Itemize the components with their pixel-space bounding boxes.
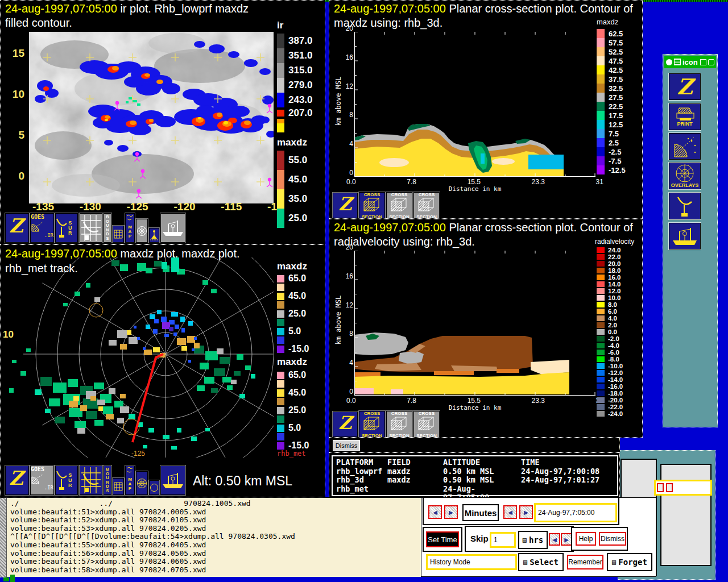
- overlays-grid-icon: [674, 164, 696, 183]
- z-logo-icon: Z: [9, 216, 28, 235]
- cross-section-button[interactable]: CROSS SECTION: [413, 411, 440, 438]
- icon-panel-titlebar[interactable]: icon: [664, 56, 716, 68]
- skip-back-button[interactable]: ◀: [549, 533, 560, 546]
- window-maximize-icon[interactable]: [708, 59, 714, 65]
- table-header-row: PLATFORM FIELD ALTITUDE TIME: [336, 458, 616, 467]
- select-button[interactable]: ▤Select: [518, 553, 564, 571]
- buoy-icon: [150, 230, 158, 241]
- minutes-back-button[interactable]: ◀: [503, 505, 517, 519]
- skip-forward-button[interactable]: ▶: [561, 533, 572, 546]
- polar-grid-button[interactable]: [136, 219, 148, 243]
- zebra-logo-button[interactable]: Z: [5, 465, 29, 495]
- overlays-button[interactable]: OVERLAYS: [669, 163, 701, 189]
- sur-radar-button[interactable]: SUR: [55, 465, 78, 495]
- cross-section-button[interactable]: CROSS SECTION: [386, 192, 412, 219]
- ir-x-axis-ticks: -135-130-125-120-115-1: [32, 201, 277, 213]
- buoy-button[interactable]: [149, 228, 159, 243]
- zebra-logo-button[interactable]: Z: [669, 73, 701, 100]
- small-grid-button[interactable]: [113, 226, 124, 243]
- ir-satellite-image[interactable]: [29, 32, 274, 203]
- help-button[interactable]: Help: [576, 532, 596, 546]
- table-row: rhb_3dmaxdz 0.50 km MSL24-Aug-97,7:01:27: [336, 476, 616, 485]
- menu-icon: ▤: [523, 559, 527, 566]
- menu-icon: ▤: [612, 559, 616, 566]
- step-back-button[interactable]: ◀: [428, 505, 442, 519]
- time-input-field[interactable]: 24-Aug-97,7:05:00: [534, 503, 617, 522]
- bounds-label: BOUNDS: [104, 467, 111, 493]
- bounds-button[interactable]: BOUNDS: [104, 213, 111, 243]
- small-grid-button[interactable]: [113, 478, 124, 495]
- desktop: 24-aug-1997,07:05:00 ir plot. Rhb_lowprf…: [0, 0, 728, 582]
- background-panel: [660, 464, 712, 566]
- window-menu-icon[interactable]: [674, 59, 681, 65]
- cross-section-button-active[interactable]: CROSS SECTION: [359, 411, 385, 438]
- minutes-forward-button[interactable]: ▶: [519, 505, 533, 519]
- ship-icon: [162, 218, 184, 238]
- background-time-field[interactable]: [654, 480, 712, 496]
- zebra-logo-button[interactable]: Z: [5, 213, 29, 243]
- polar-grid-button[interactable]: [136, 471, 148, 495]
- cross-section-button-active[interactable]: CROSS SECTION: [359, 192, 385, 219]
- step-forward-button[interactable]: ▶: [444, 505, 458, 519]
- zebra-logo-button[interactable]: Z: [333, 193, 358, 218]
- dismiss-button[interactable]: Dismiss: [333, 440, 360, 451]
- map-button[interactable]: MAP: [125, 465, 135, 495]
- polar-grid-icon: [136, 226, 147, 236]
- sur-radar-button[interactable]: SUR: [55, 213, 78, 243]
- ppi-altitude-label: Alt: 0.50 km MSL: [193, 473, 322, 489]
- xs1-title-main: Planar cross-section plot. Contour of: [449, 2, 633, 15]
- ship-button[interactable]: [160, 213, 185, 243]
- satellite-button[interactable]: [669, 133, 701, 160]
- ppi-colorbar2: 65.045.025.05.0-15.0: [277, 370, 309, 451]
- grid-radar-button[interactable]: [80, 465, 102, 495]
- radar-antenna-button[interactable]: [669, 193, 701, 219]
- right-arrow-icon: ▶: [564, 537, 569, 543]
- xs2-plot[interactable]: [354, 251, 595, 396]
- z-logo-icon: Z: [333, 195, 357, 213]
- radar-antenna-icon: [676, 195, 693, 218]
- xs1-xlabel: Distance in km: [429, 185, 520, 193]
- window-iconify-icon[interactable]: [700, 59, 706, 65]
- remember-button[interactable]: Remember: [567, 555, 603, 569]
- left-arrow-icon: ◀: [552, 537, 557, 543]
- ppi-radar-plot[interactable]: [1, 257, 274, 458]
- map-button[interactable]: MAP: [125, 213, 135, 243]
- time-control-window: ◀ ▶ Minutes ◀ ▶ 24-Aug-97,7:05:00 Set Ti…: [421, 497, 656, 577]
- xs1-colorbar: 62.557.552.547.542.537.532.527.522.517.5…: [597, 29, 626, 174]
- ship-button[interactable]: [160, 465, 185, 495]
- skip-panel: Skip 1 ▤hrs ◀ ▶: [465, 526, 574, 552]
- ir-y-axis-ticks: 151050: [5, 47, 24, 182]
- cross-section-button[interactable]: CROSS SECTION: [413, 192, 440, 219]
- dismiss-button[interactable]: Dismiss: [599, 532, 626, 546]
- right-arrow-icon: ▶: [524, 509, 528, 516]
- bounds-button[interactable]: BOUNDS: [104, 465, 111, 495]
- sur-label: SUR: [68, 221, 72, 236]
- ir-plot-window: 24-aug-1997,07:05:00 ir plot. Rhb_lowprf…: [0, 0, 325, 244]
- xs1-plot[interactable]: [354, 32, 595, 177]
- xs-maxdz-window: 24-aug-1997,07:05:00 Planar cross-sectio…: [329, 0, 643, 219]
- goes-ir-button[interactable]: GOES .IR: [30, 213, 54, 243]
- circle-button[interactable]: [149, 480, 159, 495]
- circle-icon: [150, 483, 159, 492]
- zebra-logo-button[interactable]: Z: [333, 411, 358, 437]
- print-button[interactable]: PRINT: [669, 103, 701, 130]
- ship-button[interactable]: [669, 223, 701, 250]
- satellite-dish-icon: [31, 220, 44, 232]
- ppi-title-date: 24-aug-1997,07:05:00: [5, 247, 117, 260]
- icon-panel-window: icon Z PRINT OVERLAYS: [663, 54, 718, 427]
- map-icon: [126, 214, 134, 223]
- history-mode-field[interactable]: History Mode: [426, 554, 517, 570]
- skip-input-field[interactable]: 1: [490, 532, 516, 548]
- units-menu-button[interactable]: ▤hrs: [518, 531, 548, 549]
- grid-radar-button[interactable]: [80, 213, 102, 243]
- window-menu-circle-icon[interactable]: [666, 59, 672, 65]
- goes-ir-button[interactable]: GOES .IR: [30, 465, 54, 495]
- set-time-button[interactable]: Set Time: [426, 531, 459, 547]
- grid-radar-icon: [80, 214, 102, 242]
- terminal-window[interactable]: ./ ../ 970824.1005.xwdvolume:beaufait:51…: [0, 497, 422, 577]
- left-arrow-icon: ◀: [508, 509, 512, 516]
- terminal-scrollbar[interactable]: [0, 498, 7, 577]
- ppi-colorbar2-title: maxdz: [277, 356, 307, 368]
- forget-button[interactable]: ▤Forget: [607, 553, 652, 571]
- cross-section-button[interactable]: CROSS SECTION: [386, 411, 412, 438]
